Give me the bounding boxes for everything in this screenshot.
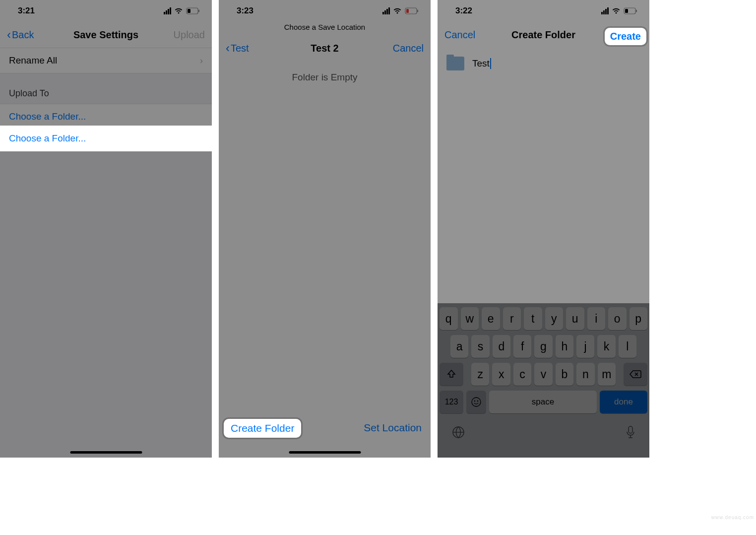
key-u[interactable]: u xyxy=(566,307,584,330)
status-time: 3:22 xyxy=(455,6,472,16)
svg-point-11 xyxy=(477,401,478,401)
key-v[interactable]: v xyxy=(534,363,552,386)
svg-point-9 xyxy=(472,398,481,406)
key-q[interactable]: q xyxy=(440,307,458,330)
mic-icon xyxy=(626,425,635,439)
wifi-icon xyxy=(174,7,183,14)
back-label: Back xyxy=(12,29,34,41)
create-button-highlight[interactable]: Create xyxy=(605,28,646,45)
back-button[interactable]: ‹Test xyxy=(226,42,270,54)
nav-title: Create Folder xyxy=(489,29,598,41)
svg-rect-8 xyxy=(625,9,628,13)
choose-location-subheader: Choose a Save Location xyxy=(219,22,431,34)
key-h[interactable]: h xyxy=(556,335,573,358)
numbers-key[interactable]: 123 xyxy=(440,391,463,413)
new-folder-row[interactable]: Test xyxy=(438,48,649,79)
key-w[interactable]: w xyxy=(461,307,479,330)
chevron-right-icon: › xyxy=(200,56,203,66)
create-folder-highlight[interactable]: Create Folder xyxy=(224,419,301,438)
status-time: 3:21 xyxy=(18,6,35,16)
choose-folder-label: Choose a Folder... xyxy=(9,111,86,122)
svg-point-10 xyxy=(474,401,475,401)
emoji-icon xyxy=(471,397,482,407)
folder-empty-message: Folder is Empty xyxy=(219,62,431,93)
cellular-icon xyxy=(164,7,171,14)
content-area: Rename All › Upload To Choose a Folder..… xyxy=(0,48,212,458)
shift-key[interactable] xyxy=(440,363,463,386)
backspace-icon xyxy=(630,370,641,379)
emoji-key[interactable] xyxy=(466,391,486,413)
key-z[interactable]: z xyxy=(471,363,489,386)
space-key[interactable]: space xyxy=(489,391,597,413)
set-location-button[interactable]: Set Location xyxy=(364,422,422,434)
text-cursor xyxy=(490,58,491,69)
cancel-button[interactable]: Cancel xyxy=(379,43,424,54)
key-c[interactable]: c xyxy=(513,363,531,386)
screenshot-2: 3:23 Choose a Save Location ‹Test Test 2… xyxy=(219,0,431,458)
key-p[interactable]: p xyxy=(630,307,648,330)
key-r[interactable]: r xyxy=(503,307,521,330)
upload-button[interactable]: Upload xyxy=(160,29,205,41)
back-button[interactable]: ‹Back xyxy=(7,29,52,41)
key-o[interactable]: o xyxy=(608,307,627,330)
battery-low-icon xyxy=(405,7,419,14)
key-y[interactable]: y xyxy=(545,307,564,330)
status-bar: 3:21 xyxy=(0,0,212,22)
status-time: 3:23 xyxy=(237,6,253,16)
backspace-key[interactable] xyxy=(624,363,647,386)
nav-bar: ‹Back Save Settings Upload xyxy=(0,22,212,48)
key-x[interactable]: x xyxy=(492,363,510,386)
keyboard: qwertyuiop asdfghjkl zxcvbnm 123 space d… xyxy=(438,303,649,458)
key-n[interactable]: n xyxy=(576,363,594,386)
key-s[interactable]: s xyxy=(471,335,489,358)
globe-key[interactable] xyxy=(451,425,465,443)
status-bar: 3:22 xyxy=(438,0,649,22)
home-indicator xyxy=(289,451,361,454)
key-g[interactable]: g xyxy=(534,335,552,358)
shift-icon xyxy=(446,369,456,379)
key-l[interactable]: l xyxy=(619,335,636,358)
cellular-icon xyxy=(601,7,609,14)
screenshot-1: 3:21 ‹Back Save Settings Upload Rename A… xyxy=(0,0,212,458)
folder-icon xyxy=(446,57,464,70)
nav-bar: ‹Test Test 2 Cancel xyxy=(219,34,431,62)
key-t[interactable]: t xyxy=(524,307,542,330)
key-e[interactable]: e xyxy=(482,307,500,330)
done-key[interactable]: done xyxy=(600,391,647,413)
nav-title: Save Settings xyxy=(52,29,160,41)
nav-title: Test 2 xyxy=(270,43,379,54)
content-area: Folder is Empty xyxy=(219,62,431,458)
svg-rect-13 xyxy=(629,426,632,433)
key-f[interactable]: f xyxy=(513,335,531,358)
folder-name-input[interactable]: Test xyxy=(472,58,491,69)
upload-to-section-label: Upload To xyxy=(0,73,212,104)
dictation-key[interactable] xyxy=(626,425,635,443)
choose-folder-highlight[interactable]: Choose a Folder... xyxy=(0,126,212,151)
cancel-button[interactable]: Cancel xyxy=(444,29,489,41)
svg-rect-7 xyxy=(636,10,637,12)
key-j[interactable]: j xyxy=(576,335,594,358)
watermark: www.deuaq.com xyxy=(711,515,754,520)
key-a[interactable]: a xyxy=(450,335,468,358)
svg-rect-4 xyxy=(417,10,418,12)
battery-icon xyxy=(624,7,637,14)
battery-icon xyxy=(186,7,200,14)
key-m[interactable]: m xyxy=(598,363,616,386)
rename-all-label: Rename All xyxy=(9,55,57,66)
key-b[interactable]: b xyxy=(556,363,573,386)
wifi-icon xyxy=(393,7,402,14)
globe-icon xyxy=(451,425,465,439)
wifi-icon xyxy=(612,7,621,14)
screenshot-3: 3:22 Cancel Create Folder Create Test qw… xyxy=(438,0,649,458)
rename-all-row[interactable]: Rename All › xyxy=(0,48,212,73)
chevron-left-icon: ‹ xyxy=(7,29,11,41)
cellular-icon xyxy=(382,7,390,14)
svg-rect-5 xyxy=(406,9,409,13)
key-i[interactable]: i xyxy=(587,307,606,330)
home-indicator xyxy=(70,451,142,454)
svg-rect-2 xyxy=(188,9,190,13)
key-k[interactable]: k xyxy=(597,335,615,358)
status-bar: 3:23 xyxy=(219,0,431,22)
key-d[interactable]: d xyxy=(493,335,510,358)
back-label: Test xyxy=(231,43,249,54)
